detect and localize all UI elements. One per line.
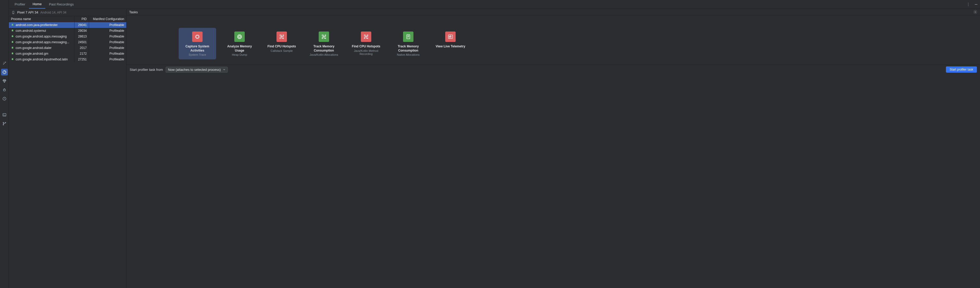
svg-point-43 [368, 38, 368, 39]
device-icon [11, 11, 15, 14]
process-pid: 2172 [74, 51, 89, 57]
th-manifest[interactable]: Manifest Configuration [89, 16, 126, 22]
chevron-down-icon [223, 68, 226, 71]
android-icon [11, 58, 14, 61]
branch-icon[interactable] [1, 120, 8, 127]
process-name: com.google.android.apps.messaging... [16, 40, 69, 44]
task-card[interactable]: Track Memory Consumption Native Allocati… [390, 28, 427, 59]
svg-point-35 [322, 35, 323, 36]
svg-point-41 [368, 35, 368, 36]
th-process[interactable]: Process name [9, 16, 74, 22]
profiler-icon[interactable] [1, 69, 8, 75]
svg-rect-29 [239, 36, 240, 38]
svg-point-44 [366, 37, 367, 37]
terminal-icon[interactable] [1, 111, 8, 118]
svg-point-26 [975, 11, 976, 13]
process-sidebar: Pixel 7 API 34 Android 14, API 34 Proces… [9, 9, 127, 288]
process-name: com.google.android.apps.messaging [16, 35, 67, 38]
svg-point-32 [280, 38, 281, 39]
task-title: Track Memory Consumption [307, 45, 340, 53]
start-from-select[interactable]: Now (attaches to selected process) [165, 67, 228, 73]
task-card[interactable]: Find CPU Hotspots Callstack Sample [263, 28, 301, 59]
process-table-header: Process name PID Manifest Configuration [9, 16, 126, 22]
svg-point-1 [4, 89, 5, 91]
process-table-body: android.com.java.profilertester 28041 Pr… [9, 22, 126, 62]
task-sub: Heap Dump [223, 53, 256, 56]
task-sub: System Trace [181, 53, 214, 56]
android-icon [11, 24, 14, 27]
minimize-icon[interactable] [972, 0, 980, 9]
more-icon[interactable] [964, 0, 972, 9]
tab-home[interactable]: Home [29, 0, 45, 9]
tasks-header: Tasks [129, 10, 138, 14]
wave-icon [445, 32, 456, 42]
process-manifest: Profileable [89, 51, 126, 57]
table-row[interactable]: android.com.java.profilertester 28041 Pr… [9, 22, 126, 28]
table-row[interactable]: com.google.android.apps.messaging 28613 … [9, 33, 126, 39]
wand-icon[interactable] [1, 60, 8, 67]
table-row[interactable]: com.google.android.dialer 2017 Profileab… [9, 45, 126, 51]
svg-rect-45 [407, 35, 410, 39]
device-row[interactable]: Pixel 7 API 34 Android 14, API 34 [9, 9, 126, 16]
warning-icon[interactable] [1, 95, 8, 102]
android-icon [11, 41, 14, 44]
android-icon [11, 52, 14, 55]
circuit-icon [361, 32, 371, 42]
table-row[interactable]: com.google.android.gm 2172 Profileable [9, 51, 126, 57]
process-manifest: Profileable [89, 28, 126, 33]
circuit-icon [319, 32, 329, 42]
task-card[interactable]: Find CPU Hotspots Java/Kotlin Method Rec… [347, 28, 385, 59]
footer-label: Start profiler task from [130, 68, 163, 72]
svg-point-24 [12, 59, 12, 59]
process-pid: 27251 [74, 57, 89, 62]
task-title: Track Memory Consumption [391, 45, 425, 53]
process-pid: 28041 [74, 22, 89, 28]
svg-point-11 [13, 13, 13, 13]
tool-rail [0, 0, 9, 288]
tasks-grid: Capture System Activities System Trace A… [127, 15, 980, 65]
task-card[interactable]: View Live Telemetry [432, 28, 469, 59]
svg-point-20 [12, 47, 12, 48]
footer-bar: Start profiler task from Now (attaches t… [127, 65, 980, 74]
task-card[interactable]: Analyze Memory Usage Heap Dump [221, 28, 258, 59]
svg-rect-3 [3, 113, 6, 116]
device-name: Pixel 7 API 34 [17, 10, 38, 14]
svg-point-18 [12, 41, 12, 42]
process-manifest: Profileable [89, 33, 126, 39]
process-manifest: Profileable [89, 39, 126, 45]
tab-profiler[interactable]: Profiler [11, 0, 29, 9]
process-name: com.android.systemui [16, 29, 46, 33]
task-sub: Java/Kotlin Method Recording [349, 49, 383, 56]
circuit-icon [277, 32, 287, 42]
diamond-icon[interactable] [1, 78, 8, 84]
process-pid: 24501 [74, 39, 89, 45]
doc-icon [403, 32, 414, 42]
task-sub: Callstack Sample [265, 49, 298, 53]
svg-point-42 [364, 38, 365, 39]
gear-icon[interactable] [973, 10, 977, 14]
svg-point-31 [283, 35, 284, 36]
task-sub: Native Allocations [391, 53, 425, 56]
svg-point-33 [283, 38, 284, 39]
task-sub: Java/Kotlin Allocations [307, 53, 340, 56]
tab-past-recordings[interactable]: Past Recordings [45, 0, 77, 9]
svg-rect-27 [196, 35, 199, 38]
process-manifest: Profileable [89, 57, 126, 62]
android-icon [11, 46, 14, 49]
table-row[interactable]: com.google.android.inputmethod.latin 272… [9, 57, 126, 62]
start-profiler-button[interactable]: Start profiler task [946, 67, 977, 73]
svg-point-7 [968, 3, 969, 3]
task-card[interactable]: Track Memory Consumption Java/Kotlin All… [305, 28, 343, 59]
th-pid[interactable]: PID [74, 16, 89, 22]
android-icon [11, 29, 14, 32]
task-title: Find CPU Hotspots [349, 45, 383, 49]
table-row[interactable]: com.google.android.apps.messaging... 245… [9, 39, 126, 45]
bug-icon[interactable] [1, 86, 8, 93]
select-value: Now (attaches to selected process) [168, 68, 221, 72]
device-sub: Android 14, API 34 [40, 11, 67, 14]
task-card[interactable]: Capture System Activities System Trace [178, 28, 216, 59]
svg-point-36 [325, 35, 326, 36]
svg-point-9 [968, 5, 969, 6]
table-row[interactable]: com.android.systemui 29034 Profileable [9, 28, 126, 33]
process-pid: 29034 [74, 28, 89, 33]
